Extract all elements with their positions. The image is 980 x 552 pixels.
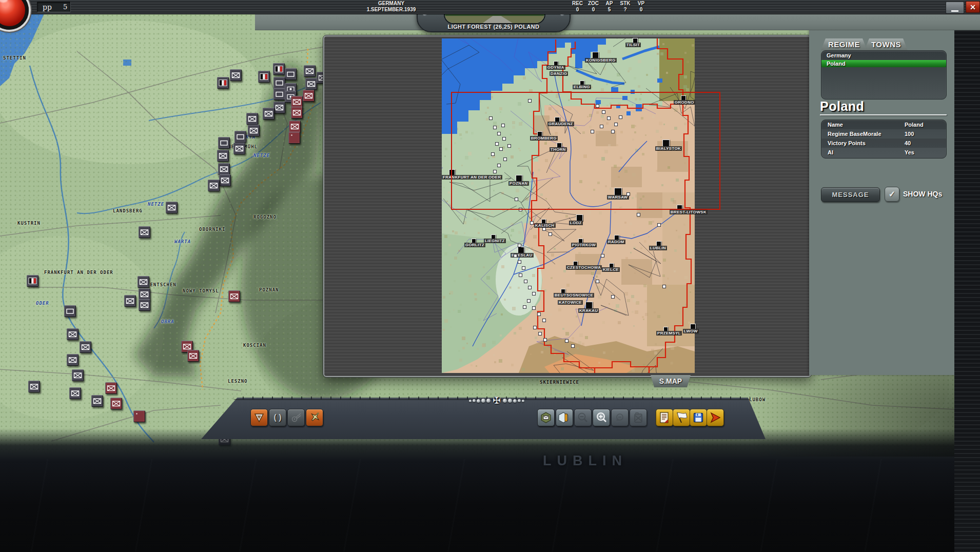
tab-towns[interactable]: TOWNS bbox=[865, 38, 908, 50]
german-unit-counter[interactable] bbox=[217, 77, 229, 89]
artillery-icon bbox=[290, 412, 302, 423]
airplane-button[interactable] bbox=[306, 409, 323, 426]
german-unit-counter[interactable] bbox=[285, 68, 297, 80]
report-button[interactable] bbox=[656, 409, 673, 426]
artwork-streaks bbox=[0, 459, 980, 551]
end-turn-button[interactable] bbox=[707, 409, 724, 426]
german-unit-counter[interactable] bbox=[233, 143, 245, 154]
zoom-reset-button[interactable] bbox=[611, 409, 629, 426]
minimize-button[interactable] bbox=[946, 2, 964, 14]
city-label: LWOW bbox=[683, 329, 699, 333]
garland-bead-icon bbox=[473, 399, 476, 402]
parentheses-button[interactable]: ( ) bbox=[269, 409, 286, 426]
town-dot-icon bbox=[532, 292, 536, 295]
polish-unit-counter[interactable] bbox=[133, 410, 145, 422]
german-unit-counter[interactable] bbox=[64, 305, 76, 317]
down-triangle-icon bbox=[253, 412, 265, 423]
german-unit-counter[interactable] bbox=[27, 275, 38, 287]
save-disk-button[interactable] bbox=[690, 409, 707, 426]
german-unit-counter[interactable] bbox=[91, 395, 103, 407]
german-unit-counter[interactable] bbox=[218, 137, 230, 149]
german-unit-counter[interactable] bbox=[138, 276, 149, 288]
german-unit-counter[interactable] bbox=[218, 163, 230, 175]
river-label: NETZE bbox=[148, 202, 164, 207]
regime-row-poland[interactable]: Poland bbox=[821, 60, 946, 67]
german-unit-counter[interactable] bbox=[305, 78, 317, 90]
german-unit-counter[interactable] bbox=[263, 108, 275, 120]
down-triangle-button[interactable] bbox=[250, 409, 268, 426]
german-unit-counter[interactable] bbox=[72, 369, 84, 381]
smap-tab[interactable]: S.MAP bbox=[651, 375, 691, 387]
right-panel: REGIME TOWNS Germany Poland Poland Name … bbox=[809, 30, 957, 375]
parentheses-icon: ( ) bbox=[273, 413, 281, 422]
city-label: RADOM bbox=[607, 240, 625, 244]
regime-row-germany[interactable]: Germany bbox=[821, 52, 946, 59]
german-unit-counter[interactable] bbox=[217, 150, 229, 162]
town-label: NOWY TOMYSL bbox=[183, 288, 219, 293]
german-unit-counter[interactable] bbox=[273, 88, 285, 100]
german-unit-counter[interactable] bbox=[234, 131, 246, 143]
german-unit-counter[interactable] bbox=[248, 125, 260, 136]
garland-bead-icon bbox=[522, 400, 524, 402]
german-unit-counter[interactable] bbox=[304, 65, 316, 77]
german-unit-counter[interactable] bbox=[28, 381, 40, 392]
pp-label: pp bbox=[43, 3, 52, 11]
german-unit-counter[interactable] bbox=[124, 295, 136, 307]
polish-unit-counter[interactable] bbox=[187, 350, 199, 362]
german-unit-counter[interactable] bbox=[67, 354, 79, 366]
zoom-out-button[interactable] bbox=[574, 409, 592, 426]
german-unit-counter[interactable] bbox=[69, 387, 81, 399]
hex-counter-button[interactable] bbox=[537, 409, 555, 426]
hex-info-button[interactable] bbox=[556, 409, 573, 426]
town-dot-icon bbox=[543, 338, 547, 342]
german-unit-counter[interactable] bbox=[139, 288, 150, 300]
polish-unit-counter[interactable] bbox=[105, 382, 117, 394]
zoom-in-button[interactable] bbox=[593, 409, 610, 426]
town-dot-icon bbox=[524, 280, 527, 283]
city-square-icon bbox=[585, 302, 593, 309]
white-flag-button[interactable] bbox=[673, 409, 690, 426]
german-unit-counter[interactable] bbox=[258, 71, 270, 83]
german-unit-counter[interactable] bbox=[139, 299, 150, 311]
city-label: TILSIT bbox=[625, 43, 641, 47]
town-dot-icon bbox=[596, 280, 599, 283]
german-unit-counter[interactable] bbox=[273, 77, 285, 89]
german-unit-counter[interactable] bbox=[208, 180, 220, 191]
heading-rule bbox=[820, 114, 947, 115]
town-dot-icon bbox=[542, 319, 546, 322]
city-label: LUBLIN bbox=[649, 246, 667, 250]
current-date: 1.SEPTEMBER.1939 bbox=[339, 7, 444, 13]
polish-unit-counter[interactable] bbox=[288, 132, 300, 144]
close-button[interactable]: ✕ bbox=[966, 1, 980, 13]
polish-unit-counter[interactable] bbox=[303, 90, 315, 102]
polish-unit-counter[interactable] bbox=[291, 107, 303, 119]
german-unit-counter[interactable] bbox=[273, 102, 285, 113]
fuel-can-button[interactable] bbox=[630, 409, 647, 426]
regime-heading: Poland bbox=[820, 99, 864, 114]
german-unit-counter[interactable] bbox=[166, 202, 178, 213]
town-dot-icon bbox=[532, 306, 536, 310]
polish-unit-counter[interactable] bbox=[228, 290, 240, 302]
german-unit-counter[interactable] bbox=[139, 226, 150, 238]
polish-unit-counter[interactable] bbox=[291, 96, 303, 108]
polish-unit-counter[interactable] bbox=[289, 121, 301, 132]
garland-bead-icon bbox=[513, 399, 517, 403]
artillery-button[interactable] bbox=[287, 409, 305, 426]
german-unit-counter[interactable] bbox=[67, 328, 79, 340]
german-unit-counter[interactable] bbox=[273, 63, 285, 75]
german-unit-counter[interactable] bbox=[246, 113, 258, 125]
town-dot-icon bbox=[601, 254, 604, 258]
strategic-map-panel: TILSITKÖNIGSBERGGDYNIADANZIGELBINGGRODNO… bbox=[323, 35, 811, 377]
german-unit-counter[interactable] bbox=[230, 69, 242, 81]
german-unit-counter[interactable] bbox=[219, 174, 231, 186]
german-unit-counter[interactable] bbox=[80, 341, 91, 353]
town-dot-icon bbox=[518, 260, 521, 264]
town-label: SKIERNIEWICE bbox=[540, 380, 579, 385]
show-hqs-checkbox[interactable]: ✓ bbox=[885, 187, 899, 202]
message-button[interactable]: MESSAGE bbox=[821, 187, 880, 202]
tab-regime[interactable]: REGIME bbox=[821, 38, 867, 50]
polish-unit-counter[interactable] bbox=[110, 398, 122, 409]
political-points-box: pp 5 bbox=[37, 2, 71, 12]
town-dot-icon bbox=[514, 254, 517, 258]
town-dot-icon bbox=[522, 266, 525, 270]
